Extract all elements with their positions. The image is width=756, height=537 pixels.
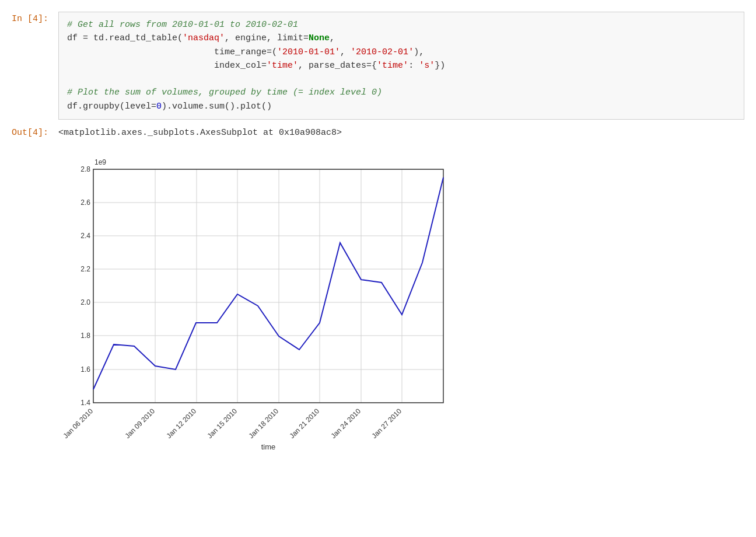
output-cell: Out[4]: <matplotlib.axes._subplots.AxesS…: [12, 127, 744, 138]
data-line: [93, 177, 443, 389]
xtick-3: Jan 09 2010: [124, 407, 157, 440]
xtick-0: Jan 06 2010: [62, 407, 95, 440]
code-block[interactable]: # Get all rows from 2010-01-01 to 2010-0…: [58, 12, 744, 120]
output-text: <matplotlib.axes._subplots.AxesSubplot a…: [58, 127, 342, 138]
xtick-9: Jan 18 2010: [247, 407, 281, 440]
xtick-7: Jan 15 2010: [206, 407, 239, 440]
y-scale-label: 1e9: [94, 158, 106, 166]
ytick-14: 1.4: [80, 399, 90, 407]
output-label: Out[4]:: [12, 127, 58, 138]
comment-line5: # Plot the sum of volumes, grouped by ti…: [67, 88, 382, 97]
ytick-22: 2.2: [80, 265, 90, 273]
ytick-26: 2.6: [80, 198, 90, 207]
xtick-13: Jan 24 2010: [330, 407, 363, 440]
notebook-cell: In [4]: # Get all rows from 2010-01-01 t…: [12, 12, 744, 455]
input-label: In [4]:: [12, 12, 58, 24]
comment-line1: # Get all rows from 2010-01-01 to 2010-0…: [67, 20, 298, 30]
ytick-20: 2.0: [80, 298, 90, 306]
input-cell: In [4]: # Get all rows from 2010-01-01 t…: [12, 12, 744, 120]
ytick-28: 2.8: [80, 165, 90, 173]
xtick-5: Jan 12 2010: [165, 407, 198, 440]
code-line6: df.groupby(level=0).volume.sum().plot(): [67, 102, 272, 111]
chart-border: [93, 169, 443, 403]
ytick-16: 1.6: [80, 365, 90, 374]
chart-wrapper: 1e9: [58, 152, 744, 455]
ytick-18: 1.8: [80, 332, 90, 340]
ytick-24: 2.4: [80, 232, 90, 240]
code-line2: df = td.read_td_table('nasdaq', engine, …: [67, 33, 445, 71]
chart-svg: 1e9: [58, 152, 478, 455]
xtick-15: Jan 27 2010: [370, 407, 404, 440]
x-axis-label: time: [261, 442, 276, 451]
xtick-11: Jan 21 2010: [288, 407, 321, 440]
